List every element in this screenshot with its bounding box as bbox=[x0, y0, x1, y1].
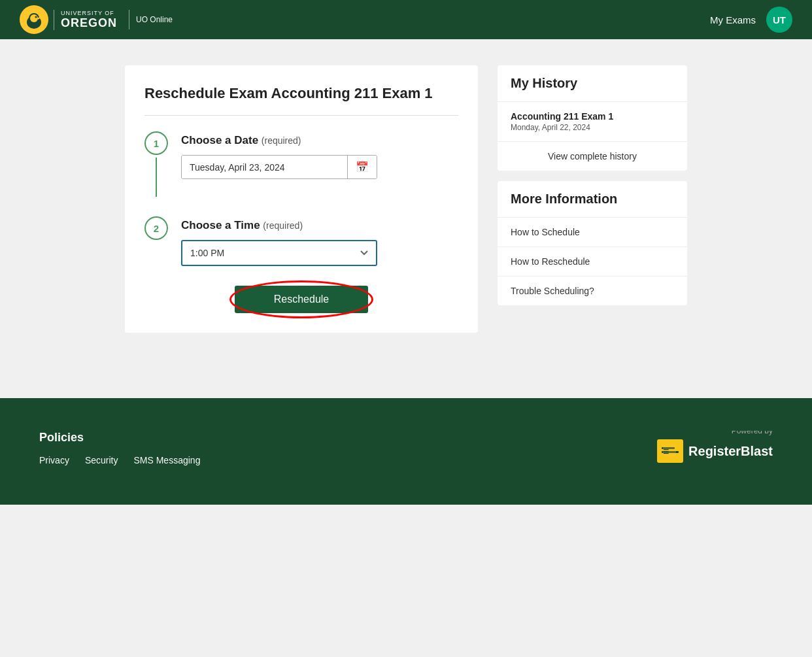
oregon-text: OREGON bbox=[61, 16, 117, 30]
step1-line bbox=[156, 158, 157, 197]
footer-privacy-link[interactable]: Privacy bbox=[39, 455, 69, 465]
footer-sms-link[interactable]: SMS Messaging bbox=[133, 455, 200, 465]
step2-row: 2 Choose a Time (required) 1:00 PM 2:00 … bbox=[144, 216, 458, 266]
svg-point-3 bbox=[30, 14, 38, 22]
my-history-header: My History bbox=[498, 65, 687, 102]
step1-circle: 1 bbox=[144, 131, 168, 155]
step2-circle-container: 2 bbox=[144, 216, 168, 240]
step2-circle: 2 bbox=[144, 216, 168, 240]
header: UNIVERSITY OF OREGON UO Online My Exams … bbox=[0, 0, 812, 39]
uo-duck-icon bbox=[20, 5, 48, 34]
button-area: Reschedule bbox=[144, 286, 458, 313]
footer-right: Powered by ≡ RegisterBlast bbox=[657, 431, 773, 463]
history-exam-name: Accounting 211 Exam 1 bbox=[511, 111, 674, 122]
date-input[interactable] bbox=[182, 156, 347, 178]
view-history-link[interactable]: View complete history bbox=[498, 142, 687, 171]
history-exam-date: Monday, April 22, 2024 bbox=[511, 123, 674, 132]
date-input-wrapper: 📅 bbox=[181, 155, 377, 179]
how-to-reschedule-link[interactable]: How to Reschedule bbox=[498, 247, 687, 277]
registerblast-logo: ≡ RegisterBlast bbox=[657, 439, 773, 463]
header-left: UNIVERSITY OF OREGON UO Online bbox=[20, 5, 173, 34]
step2-label: Choose a Time (required) bbox=[181, 219, 458, 232]
powered-by-text: Powered by bbox=[657, 431, 773, 435]
right-panel: My History Accounting 211 Exam 1 Monday,… bbox=[498, 65, 687, 333]
more-info-card: More Information How to Schedule How to … bbox=[498, 181, 687, 305]
time-select[interactable]: 1:00 PM 2:00 PM 3:00 PM 4:00 PM bbox=[181, 240, 377, 266]
uo-logo: UNIVERSITY OF OREGON UO Online bbox=[20, 5, 173, 34]
step2-content: Choose a Time (required) 1:00 PM 2:00 PM… bbox=[181, 216, 458, 266]
reschedule-button[interactable]: Reschedule bbox=[235, 286, 369, 313]
calendar-button[interactable]: 📅 bbox=[347, 156, 377, 178]
logo-text: UNIVERSITY OF OREGON bbox=[54, 10, 117, 30]
university-text: UNIVERSITY OF bbox=[61, 10, 117, 16]
my-history-card: My History Accounting 211 Exam 1 Monday,… bbox=[498, 65, 687, 171]
trouble-scheduling-link[interactable]: Trouble Scheduling? bbox=[498, 277, 687, 305]
page-title: Reschedule Exam Accounting 211 Exam 1 bbox=[144, 85, 458, 102]
svg-text:≡: ≡ bbox=[663, 446, 669, 457]
step1-content: Choose a Date (required) 📅 bbox=[181, 131, 458, 179]
left-panel: Reschedule Exam Accounting 211 Exam 1 1 … bbox=[125, 65, 478, 333]
reschedule-btn-wrapper: Reschedule bbox=[235, 286, 369, 313]
how-to-schedule-link[interactable]: How to Schedule bbox=[498, 218, 687, 247]
more-info-title: More Information bbox=[511, 192, 674, 207]
uo-online-text: UO Online bbox=[129, 10, 173, 29]
main-content: Reschedule Exam Accounting 211 Exam 1 1 … bbox=[0, 39, 812, 359]
my-exams-link[interactable]: My Exams bbox=[710, 14, 756, 25]
footer: Policies Privacy Security SMS Messaging … bbox=[0, 398, 812, 505]
step1-row: 1 Choose a Date (required) 📅 bbox=[144, 131, 458, 197]
rb-svg-icon: ≡ bbox=[660, 442, 680, 460]
svg-point-5 bbox=[35, 16, 37, 18]
my-history-title: My History bbox=[511, 76, 674, 91]
avatar[interactable]: UT bbox=[766, 7, 792, 33]
registerblast-name: RegisterBlast bbox=[688, 444, 773, 459]
header-right: My Exams UT bbox=[710, 7, 792, 33]
more-info-header: More Information bbox=[498, 181, 687, 218]
registerblast-icon: ≡ bbox=[657, 439, 683, 463]
history-item: Accounting 211 Exam 1 Monday, April 22, … bbox=[498, 102, 687, 142]
step1-label: Choose a Date (required) bbox=[181, 134, 458, 147]
footer-security-link[interactable]: Security bbox=[85, 455, 118, 465]
form-section: 1 Choose a Date (required) 📅 bbox=[144, 115, 458, 313]
step1-circle-container: 1 bbox=[144, 131, 168, 197]
